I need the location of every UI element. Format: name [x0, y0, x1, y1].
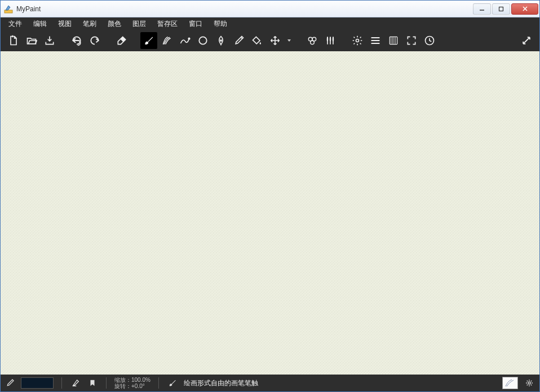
statusbar: 缩放：100.0% 旋转：+0.0° 绘画形式自由的画笔笔触: [1, 375, 539, 391]
tool-dropdown-button[interactable]: [285, 38, 294, 43]
svg-rect-13: [389, 37, 397, 44]
menu-window[interactable]: 窗口: [183, 18, 208, 30]
tool-description: 绘画形式自由的画笔笔触: [184, 378, 258, 388]
canvas[interactable]: [1, 51, 539, 375]
brush-selector-button[interactable]: [322, 32, 339, 49]
options-icon[interactable]: [524, 377, 535, 389]
svg-rect-2: [499, 7, 503, 11]
fullscreen-button[interactable]: [403, 32, 420, 49]
color-selector-button[interactable]: [304, 32, 321, 49]
menu-edit[interactable]: 编辑: [28, 18, 52, 30]
minimize-button[interactable]: [473, 3, 491, 15]
svg-rect-0: [5, 10, 12, 13]
expand-button[interactable]: [518, 32, 535, 49]
app-icon: [4, 5, 13, 14]
rotate-value: +0.0°: [131, 383, 145, 389]
menu-file[interactable]: 文件: [3, 18, 28, 30]
current-color-swatch[interactable]: [21, 377, 54, 389]
ellipse-tool-button[interactable]: [194, 32, 211, 49]
menubar: 文件 编辑 视图 笔刷 颜色 图层 暂存区 窗口 帮助: [1, 17, 539, 30]
move-tool-button[interactable]: [267, 32, 284, 49]
color-picker-tool-button[interactable]: [231, 32, 247, 49]
menu-view[interactable]: 视图: [52, 18, 77, 30]
brush-preview-thumbnail[interactable]: [502, 377, 518, 389]
svg-point-3: [188, 38, 190, 39]
svg-point-9: [356, 39, 359, 42]
zoom-value: 100.0%: [131, 377, 151, 383]
svg-point-8: [311, 41, 315, 44]
menu-scratch[interactable]: 暂存区: [152, 18, 183, 30]
menu-help[interactable]: 帮助: [208, 18, 233, 30]
svg-point-4: [199, 37, 206, 44]
preview-button[interactable]: [385, 32, 402, 49]
fill-tool-button[interactable]: [249, 32, 265, 49]
brush-edit-icon[interactable]: [70, 377, 81, 389]
save-file-button[interactable]: [41, 32, 58, 49]
app-window: MyPaint 文件 编辑 视图 笔刷 颜色 图层 暂存区 窗口 帮助: [0, 0, 540, 392]
settings-button[interactable]: [349, 32, 366, 49]
eyedropper-icon[interactable]: [5, 378, 15, 387]
bookmark-icon[interactable]: [87, 377, 98, 389]
undo-button[interactable]: [68, 32, 85, 49]
maximize-button[interactable]: [492, 3, 510, 15]
connected-lines-tool-button[interactable]: [176, 32, 193, 49]
new-file-button[interactable]: [5, 32, 22, 49]
window-title: MyPaint: [16, 5, 472, 13]
open-file-button[interactable]: [23, 32, 40, 49]
brush-tool-button[interactable]: [140, 32, 157, 49]
zoom-label: 缩放：: [114, 377, 131, 383]
history-button[interactable]: [421, 32, 438, 49]
symmetry-button[interactable]: [367, 32, 384, 49]
zoom-rotation-display: 缩放：100.0% 旋转：+0.0°: [114, 377, 151, 389]
titlebar: MyPaint: [1, 1, 539, 17]
svg-point-19: [528, 382, 530, 384]
menu-brush[interactable]: 笔刷: [77, 18, 102, 30]
current-tool-icon: [167, 377, 178, 389]
ink-tool-button[interactable]: [158, 32, 175, 49]
window-controls: [472, 3, 538, 15]
menu-color[interactable]: 颜色: [102, 18, 127, 30]
canvas-area: [1, 51, 539, 375]
menu-layer[interactable]: 图层: [127, 18, 152, 30]
eraser-tool-button[interactable]: [113, 32, 130, 49]
close-button[interactable]: [511, 3, 538, 15]
rotate-label: 旋转：: [114, 383, 131, 389]
svg-point-5: [220, 40, 222, 41]
toolbar: [1, 30, 539, 51]
redo-button[interactable]: [86, 32, 103, 49]
pen-tool-button[interactable]: [213, 32, 229, 49]
